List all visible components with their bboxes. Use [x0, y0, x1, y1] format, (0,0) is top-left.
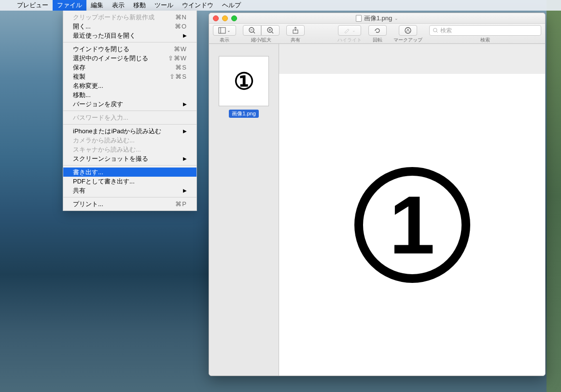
menu-item[interactable]: iPhoneまたはiPadから読み込む▶: [63, 126, 196, 136]
menu-item-label: 開く...: [73, 22, 91, 31]
view-mode-button[interactable]: ⌄: [213, 25, 236, 36]
image-canvas[interactable]: 1: [279, 44, 545, 376]
menu-item-label: バージョンを戻す: [73, 100, 123, 109]
menu-item-label: スクリーンショットを撮る: [73, 154, 148, 163]
menu-item: スキャナから読み込む...: [63, 145, 196, 154]
toolbar-markup-group: マークアップ: [393, 25, 422, 43]
menu-go[interactable]: 移動: [129, 0, 150, 11]
menu-item-label: 複製: [73, 72, 85, 81]
menu-separator: [63, 42, 196, 42]
menu-file[interactable]: ファイル: [53, 0, 86, 11]
menu-item-shortcut: ⌘S: [175, 64, 187, 71]
menu-edit[interactable]: 編集: [86, 0, 108, 11]
search-placeholder: 検索: [440, 27, 452, 35]
menu-item-label: スキャナから読み込む...: [73, 145, 141, 154]
menu-view[interactable]: 表示: [108, 0, 129, 11]
traffic-lights: [213, 15, 237, 21]
menu-item[interactable]: バージョンを戻す▶: [63, 99, 196, 109]
svg-line-13: [436, 31, 437, 32]
menu-item[interactable]: スクリーンショットを撮る▶: [63, 154, 196, 163]
menu-item[interactable]: プリント...⌘P: [63, 199, 196, 209]
canvas-main: 1: [279, 74, 545, 376]
menu-item[interactable]: 最近使った項目を開く▶: [63, 31, 196, 40]
menu-item[interactable]: 保存⌘S: [63, 63, 196, 72]
svg-rect-0: [219, 28, 225, 33]
menu-item-label: 書き出す...: [73, 168, 103, 177]
chevron-down-icon: ⌄: [352, 28, 356, 33]
menu-item-shortcut: ⇧⌘W: [168, 55, 187, 62]
chevron-down-icon: ⌄: [227, 28, 231, 33]
image-glyph: 1: [389, 184, 435, 266]
zoom-in-icon: [266, 27, 274, 34]
menu-item-label: プリント...: [73, 200, 103, 209]
titlebar[interactable]: 画像1.png ⌄: [209, 13, 545, 24]
zoom-in-button[interactable]: [261, 25, 280, 36]
submenu-arrow-icon: ▶: [183, 188, 187, 193]
file-menu-dropdown: クリップボードから新規作成⌘N開く...⌘O最近使った項目を開く▶ウインドウを閉…: [63, 11, 197, 211]
submenu-arrow-icon: ▶: [183, 33, 187, 38]
close-button[interactable]: [213, 15, 219, 21]
menu-item-label: 選択中のイメージを閉じる: [73, 54, 148, 63]
menu-item-label: 保存: [73, 63, 85, 72]
share-button[interactable]: [286, 25, 305, 36]
markup-icon: [404, 27, 412, 34]
svg-point-12: [434, 28, 437, 32]
menu-separator: [63, 165, 196, 166]
menu-item: カメラから読み込む...: [63, 136, 196, 145]
menu-item[interactable]: 移動...: [63, 90, 196, 99]
highlighter-icon: [343, 27, 351, 34]
zoom-out-button[interactable]: [243, 25, 261, 36]
thumbnail-sidebar: ① 画像1.png: [209, 44, 279, 376]
menu-separator: [63, 124, 196, 125]
toolbar: ⌄ 表示 縮小/拡大 共有: [209, 24, 545, 44]
share-icon: [292, 27, 299, 34]
menu-item[interactable]: PDFとして書き出す...: [63, 177, 196, 186]
toolbar-rotate-group: 回転: [368, 25, 387, 43]
search-label: 検索: [480, 37, 490, 43]
menu-item[interactable]: 共有▶: [63, 186, 196, 195]
markup-button[interactable]: [399, 25, 417, 36]
menu-item[interactable]: ウインドウを閉じる⌘W: [63, 44, 196, 54]
minimize-button[interactable]: [222, 15, 228, 21]
share-label: 共有: [291, 37, 300, 43]
menu-separator: [63, 111, 196, 111]
submenu-arrow-icon: ▶: [183, 101, 187, 107]
submenu-arrow-icon: ▶: [183, 128, 187, 134]
menu-item-shortcut: ⌘O: [175, 23, 187, 30]
menu-item: クリップボードから新規作成⌘N: [63, 13, 196, 22]
svg-line-3: [253, 32, 255, 33]
menu-item-label: 共有: [73, 186, 85, 195]
toolbar-view-group: ⌄ 表示: [213, 25, 236, 43]
app-menu[interactable]: プレビュー: [13, 0, 53, 11]
thumbnail-glyph: ①: [234, 68, 254, 95]
menu-tools[interactable]: ツール: [150, 0, 178, 11]
sidebar-icon: [218, 27, 226, 34]
menu-item-shortcut: ⇧⌘S: [169, 73, 187, 80]
rotate-button[interactable]: [368, 25, 387, 36]
search-icon: [433, 28, 438, 33]
svg-point-11: [405, 28, 411, 33]
window-title[interactable]: 画像1.png ⌄: [356, 14, 399, 23]
thumbnail-filename[interactable]: 画像1.png: [229, 110, 259, 118]
menubar: プレビュー ファイル 編集 表示 移動 ツール ウインドウ ヘルプ: [0, 0, 561, 11]
menu-item-label: PDFとして書き出す...: [73, 177, 135, 186]
menu-item-label: 名称変更...: [73, 82, 103, 90]
highlight-label: ハイライト: [337, 37, 362, 43]
search-input[interactable]: 検索: [429, 25, 541, 36]
menu-item-label: カメラから読み込む...: [73, 136, 135, 145]
menu-help[interactable]: ヘルプ: [218, 0, 245, 11]
menu-item[interactable]: 選択中のイメージを閉じる⇧⌘W: [63, 54, 196, 63]
menu-item-label: パスワードを入力...: [73, 113, 128, 122]
menu-window[interactable]: ウインドウ: [178, 0, 218, 11]
document-icon: [356, 15, 362, 22]
menu-item[interactable]: 書き出す...: [63, 168, 196, 177]
menu-item[interactable]: 名称変更...: [63, 81, 196, 90]
menu-item[interactable]: 開く...⌘O: [63, 22, 196, 31]
svg-line-6: [272, 32, 273, 33]
zoom-button[interactable]: [231, 15, 237, 21]
chevron-down-icon: ⌄: [394, 16, 398, 21]
menu-item[interactable]: 複製⇧⌘S: [63, 72, 196, 81]
thumbnail[interactable]: ①: [219, 56, 269, 106]
menu-item-shortcut: ⌘W: [174, 45, 187, 53]
canvas-background-top: [279, 44, 545, 74]
